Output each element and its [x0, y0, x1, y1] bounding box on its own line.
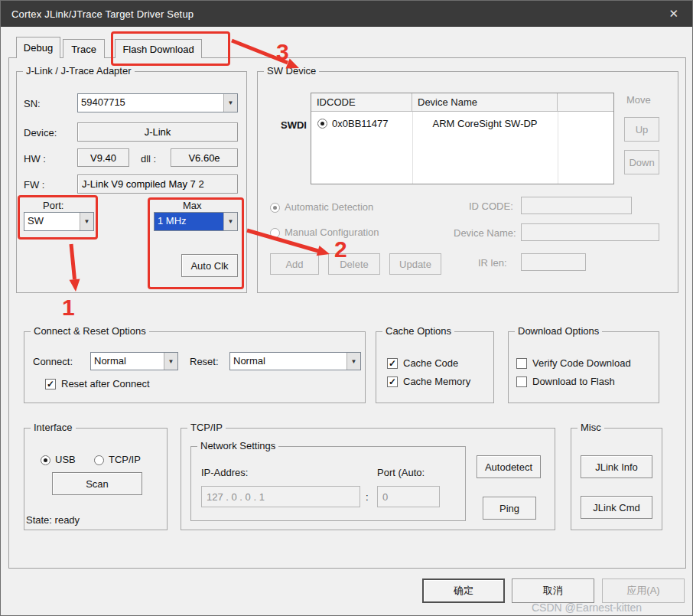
- ir-len-input: [521, 253, 586, 271]
- port-label: Port:: [43, 200, 63, 212]
- ok-button[interactable]: 确定: [422, 579, 505, 603]
- max-label: Max: [183, 200, 202, 212]
- state-text: State: ready: [26, 514, 80, 526]
- cache-memory-checkbox[interactable]: ✓: [387, 376, 398, 387]
- jlink-cmd-button[interactable]: JLink Cmd: [581, 496, 652, 519]
- close-icon[interactable]: ✕: [664, 5, 683, 22]
- device-name-label: Device Name:: [454, 227, 516, 240]
- port-auto-input: 0: [377, 486, 440, 507]
- row-selected-radio[interactable]: [317, 119, 327, 129]
- move-label: Move: [626, 94, 651, 106]
- tab-trace-label: Trace: [71, 44, 96, 55]
- cell-idcode: 0x0BB11477: [332, 118, 389, 129]
- cancel-button[interactable]: 取消: [512, 579, 594, 603]
- tab-flash-download[interactable]: Flash Download: [115, 39, 202, 58]
- sw-device-table-header: IDCODE Device Name: [311, 93, 613, 112]
- network-settings-group-title: Network Settings: [197, 440, 278, 451]
- usb-radio[interactable]: [41, 455, 50, 465]
- cache-options-group-title: Cache Options: [382, 325, 454, 337]
- dll-label: dll :: [141, 153, 156, 165]
- reset-after-connect-checkbox[interactable]: ✓: [45, 379, 56, 389]
- chevron-down-icon[interactable]: ▼: [346, 353, 360, 370]
- cell-device-name: ARM CoreSight SW-DP: [433, 118, 538, 129]
- chevron-down-icon[interactable]: ▼: [223, 94, 237, 112]
- interface-group-title: Interface: [31, 422, 76, 433]
- tcpip-group-title: TCP/IP: [187, 422, 226, 433]
- device-label: Device:: [24, 127, 57, 139]
- tab-debug[interactable]: Debug: [16, 37, 60, 58]
- dialog-window: Cortex JLink/JTrace Target Driver Setup …: [0, 0, 693, 616]
- cache-code-label: Cache Code: [403, 357, 458, 370]
- column-header-idcode[interactable]: IDCODE: [311, 93, 412, 111]
- dll-value-panel: V6.60e: [171, 148, 238, 167]
- fw-label: FW :: [24, 179, 44, 191]
- download-to-flash-label: Download to Flash: [532, 376, 615, 388]
- device-value-panel: J-Link: [77, 122, 238, 142]
- reset-after-connect-label: Reset after Connect: [61, 378, 150, 390]
- reset-combobox[interactable]: Normal ▼: [229, 352, 361, 370]
- update-button: Update: [389, 253, 441, 275]
- max-speed-value: 1 MHz: [155, 213, 223, 230]
- sn-value: 59407715: [78, 94, 223, 112]
- download-options-group-title: Download Options: [515, 325, 602, 337]
- connect-combobox[interactable]: Normal ▼: [90, 352, 178, 370]
- apply-button: 应用(A): [602, 579, 685, 603]
- window-title: Cortex JLink/JTrace Target Driver Setup: [11, 8, 194, 20]
- tab-flash-download-label: Flash Download: [122, 44, 194, 55]
- adapter-group-title: J-Link / J-Trace Adapter: [23, 65, 135, 77]
- automatic-detection-label: Automatic Detection: [285, 201, 373, 213]
- download-to-flash-checkbox[interactable]: [516, 376, 527, 387]
- sw-device-group-title: SW Device: [264, 65, 319, 77]
- connect-label: Connect:: [33, 356, 73, 368]
- cache-memory-label: Cache Memory: [403, 376, 470, 388]
- connect-reset-group-title: Connect & Reset Options: [31, 325, 149, 337]
- delete-button: Delete: [328, 253, 380, 275]
- check-icon: ✓: [389, 376, 396, 387]
- reset-label: Reset:: [190, 356, 219, 368]
- cache-code-checkbox[interactable]: ✓: [387, 358, 398, 369]
- chevron-down-icon[interactable]: ▼: [80, 213, 93, 230]
- fw-value-panel: J-Link V9 compiled May 7 2: [77, 174, 238, 194]
- move-up-button: Up: [624, 117, 659, 142]
- watermark-text: CSDN @Earnest-kitten: [532, 601, 642, 614]
- scan-button[interactable]: Scan: [52, 472, 142, 495]
- ping-button[interactable]: Ping: [483, 497, 536, 520]
- manual-configuration-label: Manual Configuration: [285, 227, 379, 239]
- verify-code-download-checkbox[interactable]: [516, 358, 527, 369]
- sn-combobox[interactable]: 59407715 ▼: [77, 93, 238, 112]
- add-button: Add: [270, 253, 319, 275]
- ir-len-label: IR len:: [478, 257, 507, 269]
- automatic-detection-radio: [270, 203, 280, 213]
- table-row[interactable]: 0x0BB11477 ARM CoreSight SW-DP: [311, 115, 613, 132]
- autodetect-button[interactable]: Autodetect: [477, 455, 541, 478]
- tcpip-radio-label: TCP/IP: [109, 454, 141, 466]
- sn-label: SN:: [24, 98, 41, 110]
- hw-value-panel: V9.40: [77, 148, 129, 167]
- network-settings-group: Network Settings: [190, 446, 466, 521]
- check-icon: ✓: [47, 379, 54, 389]
- ip-address-label: IP-Addres:: [201, 467, 248, 479]
- move-down-button: Down: [624, 150, 659, 174]
- manual-configuration-radio: [270, 228, 280, 238]
- check-icon: ✓: [389, 358, 396, 369]
- row-header-swdio: SWDI: [281, 119, 307, 132]
- chevron-down-icon[interactable]: ▼: [223, 213, 237, 230]
- tab-debug-label: Debug: [24, 42, 53, 54]
- tab-trace[interactable]: Trace: [63, 39, 105, 58]
- misc-group-title: Misc: [578, 422, 604, 433]
- port-value: SW: [24, 213, 80, 230]
- jlink-info-button[interactable]: JLink Info: [581, 455, 652, 478]
- hw-label: HW :: [24, 153, 46, 165]
- connect-value: Normal: [91, 353, 164, 370]
- id-code-label: ID CODE:: [469, 200, 513, 213]
- id-code-input: [521, 197, 632, 214]
- ip-port-separator: :: [366, 491, 369, 504]
- chevron-down-icon[interactable]: ▼: [164, 353, 177, 370]
- tcpip-radio[interactable]: [94, 455, 104, 465]
- sw-device-table: IDCODE Device Name 0x0BB11477 ARM CoreSi…: [311, 93, 614, 184]
- port-combobox[interactable]: SW ▼: [24, 212, 94, 231]
- column-header-device-name[interactable]: Device Name: [412, 93, 558, 111]
- max-speed-combobox[interactable]: 1 MHz ▼: [154, 212, 238, 231]
- auto-clk-button[interactable]: Auto Clk: [181, 254, 238, 277]
- reset-value: Normal: [230, 353, 346, 370]
